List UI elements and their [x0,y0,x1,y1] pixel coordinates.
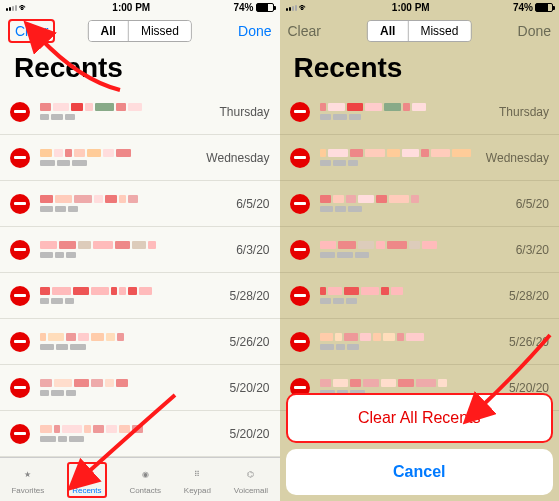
call-date: Thursday [219,105,269,119]
tab-favorites[interactable]: ★Favorites [11,465,44,495]
list-item[interactable]: 5/20/20 [0,411,280,457]
list-item[interactable]: Thursday [0,89,280,135]
list-item[interactable]: Thursday [280,89,560,135]
call-date: 6/5/20 [236,197,269,211]
delete-minus-icon[interactable] [10,194,30,214]
redacted-label [320,206,506,212]
segment-missed[interactable]: Missed [129,21,191,41]
clear-button[interactable]: Clear [8,19,55,43]
call-info [320,103,489,120]
tab-contacts[interactable]: ◉Contacts [129,465,161,495]
call-info [40,425,219,442]
redacted-label [320,298,499,304]
call-filter-segment[interactable]: All Missed [367,20,471,42]
cancel-button[interactable]: Cancel [286,449,554,495]
segment-all[interactable]: All [368,21,408,41]
delete-minus-icon[interactable] [10,240,30,260]
call-date: 6/3/20 [236,243,269,257]
delete-minus-icon[interactable] [10,286,30,306]
call-info [320,287,499,304]
delete-minus-icon[interactable] [290,148,310,168]
done-button[interactable]: Done [518,23,551,39]
delete-minus-icon[interactable] [10,332,30,352]
redacted-label [40,344,219,350]
delete-minus-icon[interactable] [10,424,30,444]
call-info [320,195,506,212]
recents-list: ThursdayWednesday6/5/206/3/205/28/205/26… [280,89,560,411]
list-item[interactable]: 5/28/20 [280,273,560,319]
recents-list: ThursdayWednesday6/5/206/3/205/28/205/26… [0,89,280,457]
list-item[interactable]: 6/3/20 [280,227,560,273]
signal-icon [6,5,17,11]
call-info [40,149,196,166]
redacted-label [320,114,489,120]
list-item[interactable]: 6/5/20 [0,181,280,227]
list-item[interactable]: 6/5/20 [280,181,560,227]
nav-bar: Clear All Missed Done [280,15,560,47]
delete-minus-icon[interactable] [10,102,30,122]
call-date: Wednesday [206,151,269,165]
call-date: 5/26/20 [509,335,549,349]
call-info [320,241,506,258]
status-time: 1:00 PM [112,2,150,13]
list-item[interactable]: Wednesday [280,135,560,181]
redacted-label [40,114,209,120]
redacted-name [320,287,499,295]
delete-minus-icon[interactable] [290,332,310,352]
call-info [40,195,226,212]
wifi-icon: ᯤ [299,2,309,13]
done-button[interactable]: Done [238,23,271,39]
page-title: Recents [0,47,280,89]
battery-pct: 74% [233,2,253,13]
status-time: 1:00 PM [392,2,430,13]
call-info [40,241,226,258]
list-item[interactable]: 5/26/20 [0,319,280,365]
screenshot-1-edit-mode: ᯤ 1:00 PM 74% Clear All Missed Done Rece… [0,0,280,501]
redacted-label [320,160,476,166]
redacted-name [320,195,506,203]
redacted-label [40,390,219,396]
keypad-icon: ⠿ [187,465,207,485]
redacted-name [40,333,219,341]
tab-bar: ★Favorites 🕐Recents ◉Contacts ⠿Keypad ⌬V… [0,457,280,501]
redacted-name [40,379,219,387]
tab-recents[interactable]: 🕐Recents [67,462,106,498]
signal-icon [286,5,297,11]
redacted-label [40,436,219,442]
list-item[interactable]: 5/26/20 [280,319,560,365]
star-icon: ★ [18,465,38,485]
call-date: 5/28/20 [229,289,269,303]
redacted-name [40,149,196,157]
redacted-label [320,344,499,350]
person-icon: ◉ [135,465,155,485]
wifi-icon: ᯤ [19,2,29,13]
voicemail-icon: ⌬ [241,465,261,485]
delete-minus-icon[interactable] [290,102,310,122]
page-title: Recents [280,47,560,89]
call-info [40,287,219,304]
redacted-label [40,298,219,304]
delete-minus-icon[interactable] [10,378,30,398]
redacted-label [40,206,226,212]
list-item[interactable]: Wednesday [0,135,280,181]
list-item[interactable]: 6/3/20 [0,227,280,273]
delete-minus-icon[interactable] [290,286,310,306]
delete-minus-icon[interactable] [10,148,30,168]
call-date: Thursday [499,105,549,119]
redacted-name [40,195,226,203]
call-filter-segment[interactable]: All Missed [88,20,192,42]
clear-all-recents-button[interactable]: Clear All Recents [286,393,554,443]
segment-missed[interactable]: Missed [408,21,470,41]
redacted-label [40,160,196,166]
delete-minus-icon[interactable] [290,240,310,260]
call-date: 5/28/20 [509,289,549,303]
list-item[interactable]: 5/20/20 [0,365,280,411]
clear-button[interactable]: Clear [288,23,321,39]
redacted-label [40,252,226,258]
screenshot-2-action-sheet: ᯤ 1:00 PM 74% Clear All Missed Done Rece… [280,0,560,501]
tab-keypad[interactable]: ⠿Keypad [184,465,211,495]
delete-minus-icon[interactable] [290,194,310,214]
segment-all[interactable]: All [89,21,129,41]
tab-voicemail[interactable]: ⌬Voicemail [234,465,268,495]
list-item[interactable]: 5/28/20 [0,273,280,319]
